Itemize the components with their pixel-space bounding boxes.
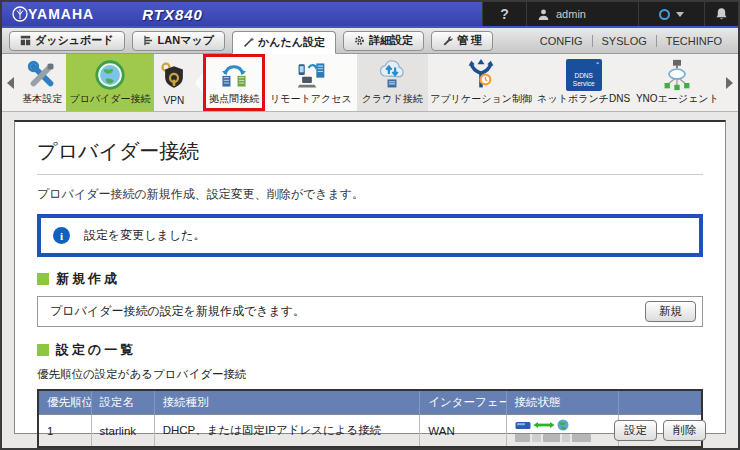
user-icon	[537, 8, 550, 21]
toolbar-item-label: 基本設定	[22, 92, 62, 106]
username: admin	[556, 8, 586, 20]
chevron-down-icon	[676, 12, 684, 17]
cell-name: starlink	[91, 415, 154, 448]
toolbar-item-label: 拠点間接続	[209, 92, 259, 106]
create-text: プロバイダー接続の設定を新規作成できます。	[50, 303, 305, 320]
create-box: プロバイダー接続の設定を新規作成できます。 新規	[37, 296, 703, 327]
header-right: ? admin	[482, 2, 738, 26]
scroll-right-button[interactable]	[722, 54, 737, 111]
ddns-badge-line2: Service	[573, 80, 595, 88]
table-header-row: 優先順位 設定名 接続種別 インターフェース 接続状態	[38, 390, 702, 415]
toolbar-item-label: VPN	[164, 95, 185, 106]
cell-type: DHCP、または固定IPアドレスによる接続	[154, 415, 420, 448]
status-circle-icon	[659, 9, 670, 20]
ddns-badge-line1: DDNS	[574, 72, 592, 80]
cell-interface: WAN	[420, 415, 506, 448]
toolbar-item-application-control[interactable]: アプリケーション制御	[428, 54, 535, 111]
toolbar-item-label: ネットボランチDNS	[537, 92, 630, 106]
user-menu[interactable]: admin	[526, 2, 638, 26]
arrow-left-icon	[7, 77, 14, 89]
cell-actions: 設定 削除	[619, 415, 702, 448]
toolbar-item-cloud-connection[interactable]: クラウド接続	[357, 54, 428, 111]
toolbar-item-label: リモートアクセス	[270, 92, 352, 106]
tab-dashboard[interactable]: ダッシュボード	[9, 31, 125, 51]
new-button[interactable]: 新規	[645, 301, 696, 322]
notifications-button[interactable]	[704, 2, 738, 26]
config-link[interactable]: CONFIG	[531, 35, 592, 47]
bell-icon	[715, 7, 728, 21]
toolbar-item-vpn[interactable]: VPN	[154, 54, 194, 111]
section-title: 設定の一覧	[56, 341, 136, 359]
help-button[interactable]: ?	[482, 2, 526, 26]
col-type: 接続種別	[154, 390, 420, 415]
globe-small-icon	[557, 419, 569, 431]
toolbar-item-site-to-site[interactable]: 拠点間接続	[203, 54, 265, 111]
list-subtext: 優先順位の設定があるプロバイダー接続	[37, 367, 703, 382]
syslog-link[interactable]: SYSLOG	[592, 35, 656, 47]
toolbar-item-yno-agent[interactable]: YNOエージェント	[633, 54, 722, 111]
yno-agent-icon	[660, 57, 694, 92]
toolbar-item-label: YNOエージェント	[636, 92, 719, 106]
yamaha-logo-icon	[12, 6, 28, 22]
col-priority: 優先順位	[38, 390, 91, 415]
page-description: プロバイダー接続の新規作成、設定変更、削除ができます。	[37, 186, 703, 203]
tools-crossed-icon	[25, 57, 59, 92]
vpn-lock-icon	[158, 59, 190, 95]
brand-name: YAMAHA	[28, 6, 94, 22]
toolbar-item-label: プロバイダー接続	[69, 92, 150, 106]
tab-label: かんたん設定	[258, 35, 325, 50]
section-list-heading: 設定の一覧	[37, 341, 703, 359]
toolbar-item-label: クラウド接続	[362, 92, 423, 106]
vpn-subgroup: 拠点間接続 リモートアクセス クラウド接続	[203, 54, 428, 111]
row-delete-button[interactable]: 削除	[663, 420, 706, 441]
green-bullet-icon	[37, 273, 49, 285]
model-name: RTX840	[142, 6, 203, 23]
notice-text: 設定を変更しました。	[84, 227, 205, 244]
toolbar-item-netvolante-dns[interactable]: ✦DDNSService ネットボランチDNS	[535, 54, 633, 111]
tab-admin[interactable]: 管 理	[431, 31, 493, 51]
nav-bar: ダッシュボード LANマップ かんたん設定 詳細設定 管 理 CONFIG SY…	[2, 28, 738, 54]
toolbar-item-remote-access[interactable]: リモートアクセス	[265, 54, 357, 111]
wrench-icon	[442, 35, 453, 46]
scroll-left-button[interactable]	[3, 54, 18, 111]
col-status: 接続状態	[506, 390, 619, 415]
col-name: 設定名	[91, 390, 154, 415]
brand-area: YAMAHA RTX840	[2, 2, 482, 26]
tab-lan-map[interactable]: LANマップ	[132, 31, 225, 51]
dashboard-icon	[20, 35, 31, 46]
ddns-service-icon: ✦DDNSService	[566, 57, 602, 92]
col-actions	[619, 390, 702, 415]
toolbar-item-provider-connection[interactable]: プロバイダー接続	[66, 54, 153, 111]
tab-label: LANマップ	[158, 33, 214, 48]
arrow-right-icon	[726, 77, 733, 89]
cell-priority: 1	[38, 415, 91, 448]
tab-label: ダッシュボード	[35, 33, 114, 48]
gear-icon	[354, 35, 365, 46]
cell-status	[506, 415, 619, 448]
feature-toolbar: 基本設定 プロバイダー接続 VPN 拠点間接続 リモートアクセス	[2, 54, 738, 112]
tab-detailed-config[interactable]: 詳細設定	[343, 31, 424, 51]
link-up-arrow-icon	[533, 420, 555, 430]
info-icon: i	[53, 227, 70, 244]
cloud-connect-icon	[375, 57, 409, 92]
tab-label: 詳細設定	[369, 33, 413, 48]
green-bullet-icon	[37, 344, 49, 356]
section-create-heading: 新規作成	[37, 270, 703, 288]
tab-label: 管 理	[457, 33, 482, 48]
status-dropdown[interactable]	[638, 2, 704, 26]
nav-links: CONFIG SYSLOG TECHINFO	[531, 35, 731, 47]
magic-wand-icon	[243, 37, 254, 48]
router-icon	[515, 421, 531, 430]
redacted-address	[515, 434, 611, 442]
techinfo-link[interactable]: TECHINFO	[656, 35, 731, 47]
row-config-button[interactable]: 設定	[614, 420, 657, 441]
site-to-site-icon	[217, 58, 251, 92]
app-header: YAMAHA RTX840 ? admin	[2, 2, 738, 28]
globe-icon	[93, 57, 127, 92]
app-control-icon	[464, 57, 498, 92]
toolbar-item-basic-config[interactable]: 基本設定	[18, 54, 66, 111]
content-panel: プロバイダー接続 プロバイダー接続の新規作成、設定変更、削除ができます。 i 設…	[14, 120, 726, 434]
provider-table: 優先順位 設定名 接続種別 インターフェース 接続状態 1 starlink D…	[37, 389, 703, 448]
table-row: 1 starlink DHCP、または固定IPアドレスによる接続 WAN	[38, 415, 702, 448]
tab-easy-config[interactable]: かんたん設定	[232, 31, 336, 54]
